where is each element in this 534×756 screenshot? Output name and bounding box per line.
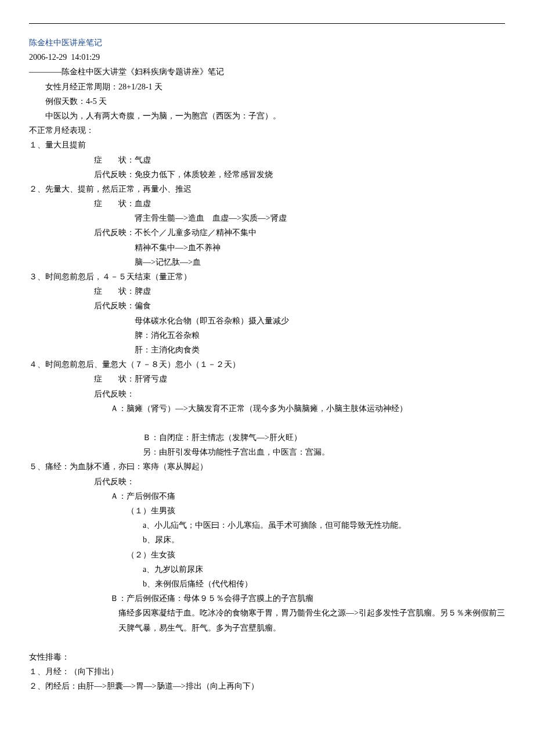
- symptom-line: 症 状：肝肾亏虚: [29, 372, 505, 386]
- section-heading: ３、时间忽前忽后，４－５天结束（量正常）: [29, 269, 505, 284]
- title-link[interactable]: 陈金柱中医讲座笔记: [29, 38, 102, 47]
- symptom-sub: 肾主骨生髓—>造血 血虚—>实质—>肾虚: [29, 211, 505, 225]
- reflection-label: 后代反映：: [29, 387, 505, 401]
- reflection-label: 后代反映：: [29, 474, 505, 489]
- intro-line: 中医以为，人有两大奇腹，一为脑，一为胞宫（西医为：子宫）。: [29, 109, 505, 123]
- dys-girl-item: b、来例假后痛经（代代相传）: [29, 577, 505, 591]
- blank-line: [29, 635, 505, 650]
- symptom-line: 症 状：血虚: [29, 196, 505, 211]
- reflection-sub: Ａ：脑瘫（肾亏）—>大脑发育不正常（现今多为小脑脑瘫，小脑主肢体运动神经）: [29, 401, 505, 416]
- reflection-sub: 精神不集中—>血不养神: [29, 240, 505, 255]
- reflection-line: 后代反映：偏食: [29, 298, 505, 313]
- reflection-line: 后代反映：免疫力低下，体质较差，经常感冒发烧: [29, 167, 505, 182]
- top-divider: [29, 23, 505, 24]
- detox-header: 女性排毒：: [29, 650, 505, 664]
- subtitle: ————陈金柱中医大讲堂《妇科疾病专题讲座》笔记: [29, 64, 505, 79]
- reflection-sub: Ｂ：自闭症：肝主情志（发脾气—>肝火旺）: [29, 430, 505, 445]
- dys-boy-item: a、小儿疝气；中医曰：小儿寒疝。虽手术可摘除，但可能导致无性功能。: [29, 518, 505, 532]
- detox-item: ２、闭经后：由肝—>胆囊—>胃—>肠道—>排出（向上再向下）: [29, 679, 505, 693]
- reflection-sub: 另：由肝引发母体功能性子宫出血，中医言：宫漏。: [29, 445, 505, 459]
- dys-boy-h: （１）生男孩: [29, 503, 505, 518]
- dys-girl-item: a、九岁以前尿床: [29, 562, 505, 577]
- dys-a: Ａ：产后例假不痛: [29, 489, 505, 503]
- blank-line: [29, 416, 505, 430]
- dys-b: Ｂ：产后例假还痛：母体９５％会得子宫膜上的子宫肌瘤: [29, 591, 505, 606]
- reflection-sub: 脑—>记忆肽—>血: [29, 255, 505, 269]
- section-heading: １、量大且提前: [29, 138, 505, 152]
- intro-line: 女性月经正常周期：28+1/28-1 天: [29, 80, 505, 94]
- reflection-sub: 脾：消化五谷杂粮: [29, 328, 505, 343]
- timestamp: 2006-12-29 14:01:29: [29, 50, 505, 64]
- intro-line: 例假天数：4-5 天: [29, 94, 505, 109]
- dys-boy-item: b、尿床。: [29, 532, 505, 547]
- symptom-line: 症 状：气虚: [29, 153, 505, 167]
- section-heading: ２、先量大、提前，然后正常，再量小、推迟: [29, 182, 505, 196]
- abnormal-header: 不正常月经表现：: [29, 123, 505, 138]
- reflection-sub: 母体碳水化合物（即五谷杂粮）摄入量减少: [29, 314, 505, 328]
- section-heading: ４、时间忽前忽后、量忽大（７－８天）忽小（１－２天）: [29, 357, 505, 372]
- symptom-line: 症 状：脾虚: [29, 284, 505, 298]
- dys-b-note: 痛经多因寒凝结于血。吃冰冷的食物寒于胃，胃乃髓骨生化之源—>引起多发性子宫肌瘤。…: [29, 606, 505, 635]
- section-heading: ５、痛经：为血脉不通，亦曰：寒痔（寒从脚起）: [29, 459, 505, 474]
- detox-item: １、月经：（向下排出）: [29, 664, 505, 679]
- dys-girl-h: （２）生女孩: [29, 548, 505, 562]
- reflection-line: 后代反映：不长个／儿童多动症／精神不集中: [29, 225, 505, 240]
- reflection-sub: 肝：主消化肉食类: [29, 343, 505, 357]
